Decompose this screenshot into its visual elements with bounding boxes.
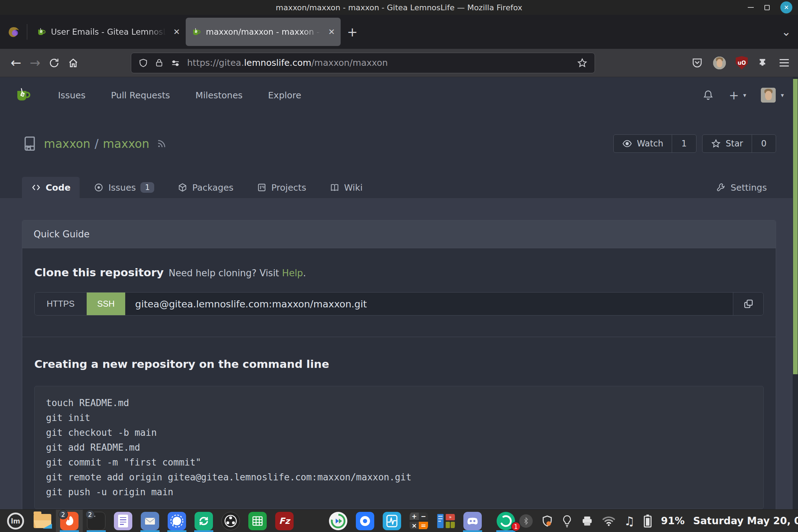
create-new-dropdown[interactable]: + ▾ (729, 88, 746, 102)
extensions-puzzle-icon[interactable] (758, 57, 770, 69)
lightbulb-icon[interactable] (562, 515, 572, 527)
account-avatar[interactable] (713, 57, 726, 69)
battery-icon[interactable] (643, 514, 652, 528)
sync-circle-icon (329, 512, 347, 530)
star-count[interactable]: 0 (752, 135, 776, 152)
bluetooth-icon[interactable] (519, 514, 533, 528)
site-permissions-icon[interactable] (170, 58, 181, 68)
pocket-icon[interactable] (691, 57, 703, 69)
url-text[interactable]: https://gitea.lemnoslife.com/maxxon/maxx… (187, 58, 388, 68)
toolbar-extensions-area: uO (691, 56, 792, 70)
shield-permissions-icon[interactable] (138, 58, 148, 68)
taskbar-blue-ring-app[interactable] (352, 510, 378, 532)
bookmark-star-icon[interactable] (577, 58, 588, 68)
taskbar-system-monitor[interactable] (378, 510, 405, 532)
close-button[interactable]: ✕ (780, 1, 792, 13)
taskbar-software-manager[interactable] (298, 510, 325, 532)
eye-icon (622, 139, 632, 149)
minimize-button[interactable] (748, 7, 754, 8)
taskbar-menu-button[interactable]: lm (2, 510, 29, 532)
window-titlebar[interactable]: maxxon/maxxon - maxxon - Gitea LemnosLif… (0, 0, 798, 15)
repo-title-separator: / (95, 137, 99, 151)
firefox-icon[interactable] (6, 24, 21, 39)
user-menu-dropdown[interactable]: ▾ (761, 88, 784, 103)
code-line: git init (46, 410, 752, 425)
watch-count[interactable]: 1 (672, 135, 696, 152)
taskbar-terminal[interactable]: 2 (83, 510, 110, 532)
file-manager-icon (34, 514, 51, 528)
system-tray: ♫ 91% Saturday May 20, 04:29 (519, 513, 798, 529)
gitea-logo-icon[interactable] (14, 87, 31, 104)
taskbar-sync-app[interactable] (190, 510, 217, 532)
tab-strip-separator (27, 24, 27, 40)
taskbar-firefox[interactable]: 2 (56, 510, 83, 532)
taskbar-file-sync[interactable] (325, 510, 352, 532)
url-bar[interactable]: https://gitea.lemnoslife.com/maxxon/maxx… (131, 53, 595, 73)
clone-url-bar: HTTPS SSH (34, 292, 764, 316)
hamburger-menu-icon[interactable] (780, 59, 789, 66)
https-protocol-button[interactable]: HTTPS (35, 293, 87, 315)
nav-explore[interactable]: Explore (268, 90, 301, 100)
wifi-icon[interactable] (602, 515, 615, 527)
quick-guide-panel: Quick Guide Clone this repository Need h… (22, 220, 776, 509)
avatar-face (713, 57, 726, 69)
lock-icon[interactable] (155, 58, 164, 68)
clock[interactable]: Saturday May 20, 04:29 (693, 515, 798, 527)
printer-icon[interactable] (581, 515, 594, 527)
taskbar-mail[interactable] (137, 510, 163, 532)
copy-clone-url-button[interactable] (733, 293, 763, 315)
repo-owner-link[interactable]: maxxon (44, 137, 91, 151)
new-repo-cmdline-heading: Creating a new repository on the command… (34, 358, 764, 370)
list-all-tabs-icon[interactable]: ⌄ (781, 28, 791, 35)
copy-icon (743, 298, 754, 310)
window-title: maxxon/maxxon - maxxon - Gitea LemnosLif… (276, 3, 522, 12)
taskbar-filezilla[interactable]: Fz (271, 510, 298, 532)
ssh-protocol-button[interactable]: SSH (87, 293, 125, 315)
tab-close-icon[interactable]: ✕ (328, 27, 335, 36)
rss-feed-icon[interactable] (156, 138, 167, 149)
tab-user-emails[interactable]: User Emails - Gitea LemnosL ✕ (31, 18, 186, 46)
tab-issues[interactable]: Issues 1 (85, 177, 163, 198)
battery-percentage[interactable]: 91% (661, 515, 684, 527)
taskbar-discord[interactable] (459, 510, 486, 532)
taskbar-obs[interactable] (217, 510, 244, 532)
tab-settings[interactable]: Settings (707, 177, 776, 198)
tab-wiki[interactable]: Wiki (320, 177, 372, 198)
taskbar-calculator[interactable]: +− ×= (405, 510, 432, 532)
new-tab-button[interactable]: + (347, 25, 358, 39)
scrollbar-thumb[interactable] (793, 79, 798, 374)
notifications-bell-icon[interactable] (702, 89, 714, 101)
tab-label: Settings (730, 183, 767, 193)
page-scrollbar[interactable] (793, 77, 798, 509)
taskbar-files[interactable] (29, 510, 56, 532)
taskbar-signal[interactable] (163, 510, 190, 532)
taskbar-text-editor[interactable] (110, 510, 137, 532)
tab-maxxon-repo[interactable]: maxxon/maxxon - maxxon - ✕ (186, 18, 341, 46)
taskbar-panel-layout-app[interactable]: » (432, 510, 459, 532)
tab-code[interactable]: Code (22, 177, 80, 198)
taskbar-spreadsheet[interactable] (244, 510, 271, 532)
nav-pull-requests[interactable]: Pull Requests (111, 90, 170, 100)
maximize-button[interactable] (764, 5, 770, 10)
forward-button[interactable]: → (25, 56, 45, 70)
back-button[interactable]: ← (6, 56, 25, 70)
tab-close-icon[interactable]: ✕ (173, 27, 180, 36)
watch-button[interactable]: Watch (614, 135, 672, 152)
firewall-shield-icon[interactable] (541, 515, 553, 527)
repo-name-link[interactable]: maxxon (103, 137, 150, 151)
nav-milestones[interactable]: Milestones (196, 90, 243, 100)
media-player-icon[interactable]: ♫ (624, 514, 635, 528)
tab-projects[interactable]: Projects (248, 177, 316, 198)
discord-icon (463, 512, 482, 530)
ublock-origin-icon[interactable]: uO (736, 56, 748, 70)
star-button[interactable]: Star (702, 135, 752, 152)
repo-header: maxxon / maxxon Watch 1 (0, 113, 798, 170)
nav-issues[interactable]: Issues (58, 90, 86, 100)
tab-label: Projects (271, 183, 306, 193)
taskbar-element[interactable]: 1 (492, 510, 519, 532)
tab-packages[interactable]: Packages (168, 177, 243, 198)
clone-url-input[interactable] (125, 293, 733, 315)
reload-button[interactable] (45, 57, 64, 69)
home-button[interactable] (64, 57, 83, 69)
help-link[interactable]: Help (282, 268, 303, 278)
